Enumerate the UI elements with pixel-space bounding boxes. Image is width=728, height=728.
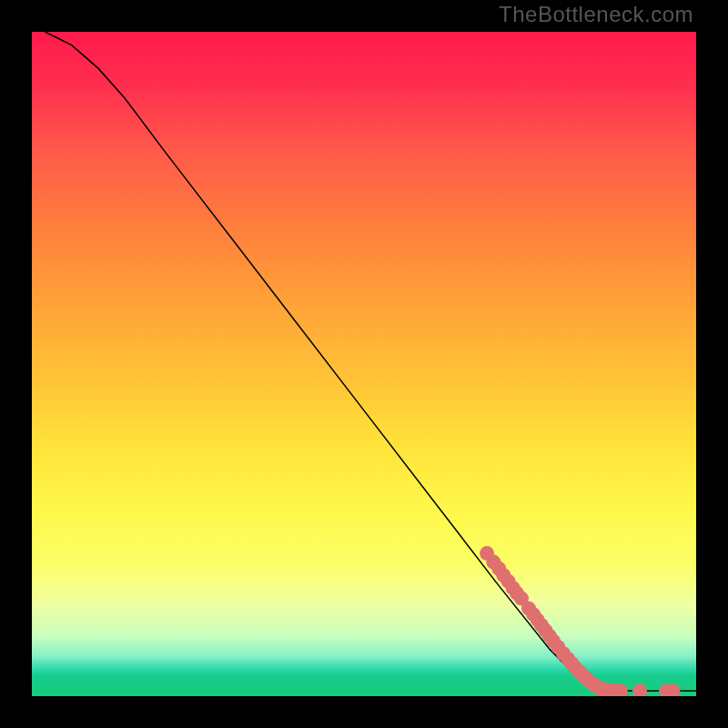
- curve-line: [46, 32, 696, 691]
- data-marker: [632, 683, 647, 696]
- chart-svg: [32, 32, 696, 696]
- watermark-text: TheBottleneck.com: [499, 2, 693, 27]
- plot-area: [32, 32, 696, 696]
- chart-container: TheBottleneck.com: [0, 0, 728, 728]
